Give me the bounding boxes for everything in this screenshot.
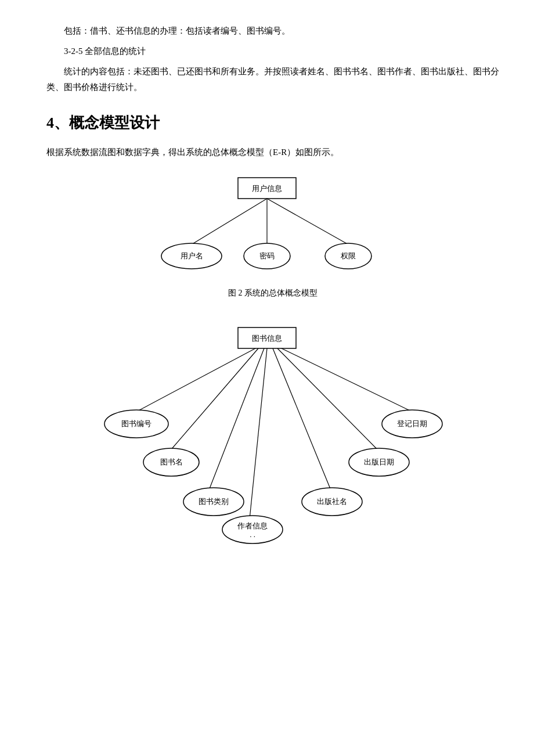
svg-line-9 bbox=[171, 348, 258, 449]
section-title: 4、概念模型设计 bbox=[46, 113, 499, 133]
er-diagram-2: 图书信息 图书编号 图书名 图书类别 作者信息 · · 出版社名 bbox=[46, 310, 499, 554]
svg-line-1 bbox=[192, 199, 267, 244]
paragraph-3: 统计的内容包括：未还图书、已还图书和所有业务。并按照读者姓名、图书书名、图书作者… bbox=[46, 64, 499, 95]
er1-child-username: 用户名 bbox=[181, 251, 203, 260]
intro-text: 根据系统数据流图和数据字典，得出系统的总体概念模型（E-R）如图所示。 bbox=[46, 145, 499, 160]
er1-child-permission: 权限 bbox=[340, 251, 356, 260]
er2-root-label: 图书信息 bbox=[252, 334, 282, 343]
er1-root-label: 用户信息 bbox=[252, 184, 282, 193]
er2-child-regdate: 登记日期 bbox=[397, 419, 427, 428]
paragraph-1: 包括：借书、还书信息的办理：包括读者编号、图书编号。 bbox=[46, 23, 499, 39]
er2-author-dots: · · bbox=[250, 532, 255, 541]
er1-child-password: 密码 bbox=[259, 251, 275, 260]
er-diagram-1: 用户信息 用户名 密码 权限 bbox=[46, 166, 499, 282]
er2-child-bookname: 图书名 bbox=[160, 458, 183, 466]
er2-child-bookcategory: 图书类别 bbox=[199, 497, 229, 506]
svg-line-12 bbox=[273, 348, 331, 490]
svg-line-3 bbox=[267, 199, 348, 244]
er2-child-author: 作者信息 bbox=[237, 521, 268, 530]
svg-line-14 bbox=[282, 348, 412, 412]
er2-child-pubdate: 出版日期 bbox=[364, 458, 394, 466]
svg-line-13 bbox=[277, 348, 377, 449]
er2-child-publisher: 出版社名 bbox=[317, 497, 347, 506]
paragraph-2: 3-2-5 全部信息的统计 bbox=[46, 44, 499, 59]
svg-line-10 bbox=[209, 348, 264, 490]
er2-child-bookid: 图书编号 bbox=[121, 419, 151, 428]
svg-line-11 bbox=[250, 348, 267, 519]
svg-line-8 bbox=[136, 348, 255, 412]
fig2-caption: 图 2 系统的总体概念模型 bbox=[46, 288, 499, 298]
